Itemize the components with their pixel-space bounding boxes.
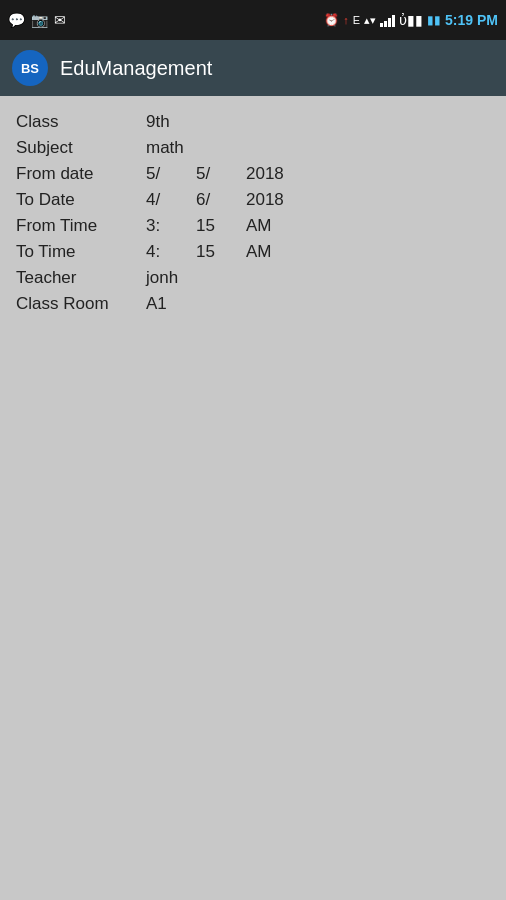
field-label: Subject bbox=[16, 138, 146, 158]
content-area: Class9thSubjectmathFrom date5/5/2018To D… bbox=[0, 96, 506, 336]
status-bar-right: ⏰ ↑ E ▴▾ ὐ‌︎▮▮ ▮▮ 5:19 PM bbox=[324, 12, 498, 28]
value-part bbox=[196, 138, 246, 158]
field-value: jonh bbox=[146, 268, 296, 288]
info-row: To Date4/6/2018 bbox=[16, 190, 490, 210]
field-value: 5/5/2018 bbox=[146, 164, 296, 184]
value-part bbox=[196, 112, 246, 132]
value-part: math bbox=[146, 138, 196, 158]
field-value: 3:15AM bbox=[146, 216, 296, 236]
network-icon: ▴▾ bbox=[364, 14, 376, 27]
image-icon: 📷 bbox=[31, 12, 48, 28]
value-part: 5/ bbox=[146, 164, 196, 184]
value-part: 4/ bbox=[146, 190, 196, 210]
field-label: From Time bbox=[16, 216, 146, 236]
field-label: From date bbox=[16, 164, 146, 184]
field-value: 4:15AM bbox=[146, 242, 296, 262]
info-row: From Time3:15AM bbox=[16, 216, 490, 236]
signal-icon: ↑ bbox=[343, 14, 349, 26]
value-part: 2018 bbox=[246, 190, 296, 210]
status-bar-left: 💬 📷 ✉ bbox=[8, 12, 66, 28]
value-part: A1 bbox=[146, 294, 196, 314]
clock-icon: ⏰ bbox=[324, 13, 339, 27]
whatsapp-icon: 💬 bbox=[8, 12, 25, 28]
battery-icon: ὐ‌︎▮▮ bbox=[399, 12, 423, 28]
value-part bbox=[196, 294, 246, 314]
value-part: jonh bbox=[146, 268, 196, 288]
value-part: 4: bbox=[146, 242, 196, 262]
signal-bars bbox=[380, 13, 395, 27]
field-value: A1 bbox=[146, 294, 296, 314]
value-part: AM bbox=[246, 242, 296, 262]
value-part bbox=[246, 294, 296, 314]
value-part: AM bbox=[246, 216, 296, 236]
value-part bbox=[246, 138, 296, 158]
data-icon: E bbox=[353, 14, 360, 26]
info-row: From date5/5/2018 bbox=[16, 164, 490, 184]
field-value: math bbox=[146, 138, 296, 158]
info-row: Teacherjonh bbox=[16, 268, 490, 288]
info-row: Class RoomA1 bbox=[16, 294, 490, 314]
app-logo: BS bbox=[12, 50, 48, 86]
field-label: Class Room bbox=[16, 294, 146, 314]
value-part: 15 bbox=[196, 242, 246, 262]
field-label: Class bbox=[16, 112, 146, 132]
field-label: Teacher bbox=[16, 268, 146, 288]
value-part bbox=[196, 268, 246, 288]
value-part: 6/ bbox=[196, 190, 246, 210]
value-part bbox=[246, 112, 296, 132]
value-part bbox=[246, 268, 296, 288]
value-part: 15 bbox=[196, 216, 246, 236]
info-row: Subjectmath bbox=[16, 138, 490, 158]
info-row: To Time4:15AM bbox=[16, 242, 490, 262]
logo-text: BS bbox=[21, 61, 39, 76]
battery-charging: ▮▮ bbox=[427, 13, 441, 27]
field-value: 4/6/2018 bbox=[146, 190, 296, 210]
field-value: 9th bbox=[146, 112, 296, 132]
app-title: EduManagement bbox=[60, 57, 212, 80]
info-rows: Class9thSubjectmathFrom date5/5/2018To D… bbox=[16, 112, 490, 314]
app-bar: BS EduManagement bbox=[0, 40, 506, 96]
field-label: To Time bbox=[16, 242, 146, 262]
value-part: 5/ bbox=[196, 164, 246, 184]
field-label: To Date bbox=[16, 190, 146, 210]
email-icon: ✉ bbox=[54, 12, 66, 28]
status-time: 5:19 PM bbox=[445, 12, 498, 28]
info-row: Class9th bbox=[16, 112, 490, 132]
value-part: 3: bbox=[146, 216, 196, 236]
value-part: 9th bbox=[146, 112, 196, 132]
status-bar: 💬 📷 ✉ ⏰ ↑ E ▴▾ ὐ‌︎▮▮ ▮▮ 5:19 PM bbox=[0, 0, 506, 40]
value-part: 2018 bbox=[246, 164, 296, 184]
